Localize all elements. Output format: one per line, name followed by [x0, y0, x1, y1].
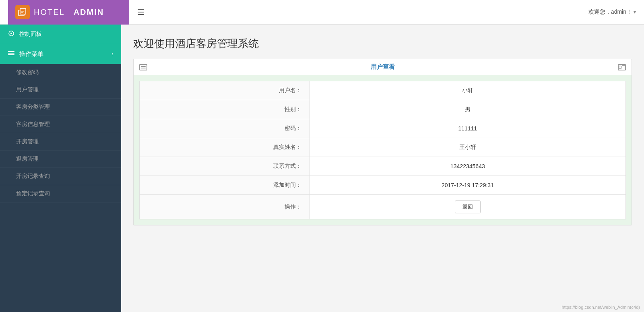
return-button[interactable]: 返回 [455, 200, 481, 213]
page-title-bar: 欢迎使用酒店客房管理系统 [121, 25, 644, 59]
field-value-password: 111111 [310, 119, 625, 138]
sidebar-item-room-info-label: 客房信息管理 [16, 121, 50, 128]
svg-point-3 [10, 33, 12, 34]
sidebar: 控制面板 操作菜单 ‹ 修改密码 用户管理 客房分类管理 客房信息管理 [0, 25, 121, 312]
table-row: 性别： 男 [140, 100, 626, 119]
chevron-left-icon: ‹ [111, 51, 113, 57]
sidebar-item-booking-records-label: 预定记录查询 [16, 190, 50, 197]
sidebar-item-user-management[interactable]: 用户管理 [0, 81, 121, 99]
sidebar-section-operations[interactable]: 操作菜单 ‹ [0, 44, 121, 64]
sidebar-item-checkout[interactable]: 退房管理 [0, 151, 121, 168]
svg-rect-6 [8, 54, 14, 55]
sidebar-item-change-password-label: 修改密码 [16, 69, 39, 76]
field-label-username: 用户名： [140, 81, 310, 100]
sidebar-item-room-info[interactable]: 客房信息管理 [0, 116, 121, 133]
sidebar-item-checkin-label: 开房管理 [16, 138, 39, 145]
sidebar-item-room-category-label: 客房分类管理 [16, 103, 50, 111]
sidebar-item-checkin[interactable]: 开房管理 [0, 133, 121, 151]
page-title: 欢迎使用酒店客房管理系统 [133, 37, 632, 51]
field-value-addtime: 2017-12-19 17:29:31 [310, 176, 625, 195]
field-value-realname: 王小轩 [310, 138, 625, 157]
sidebar-item-dashboard-label: 控制面板 [19, 31, 113, 38]
field-label-gender: 性别： [140, 100, 310, 119]
logo-icon [15, 5, 30, 19]
main-content: 欢迎使用酒店客房管理系统 用户查看 [121, 25, 644, 312]
field-label-addtime: 添加时间： [140, 176, 310, 195]
field-label-action: 操作： [140, 195, 310, 219]
card-collapse-icon[interactable] [618, 64, 626, 70]
sidebar-item-dashboard[interactable]: 控制面板 [0, 25, 121, 44]
main-layout: 控制面板 操作菜单 ‹ 修改密码 用户管理 客房分类管理 客房信息管理 [0, 25, 644, 312]
header-logo-area: HOTEL ADMIN [8, 0, 129, 25]
field-value-username: 小轩 [310, 81, 625, 100]
table-row: 添加时间： 2017-12-19 17:29:31 [140, 176, 626, 195]
field-value-action: 返回 [310, 195, 625, 219]
header-center: ☰ [129, 7, 588, 17]
top-header: HOTEL ADMIN ☰ 欢迎您，admin！ ▾ [0, 0, 644, 25]
sidebar-section-label: 操作菜单 [19, 50, 111, 58]
field-label-realname: 真实姓名： [140, 138, 310, 157]
user-greeting[interactable]: 欢迎您，admin！ ▾ [588, 8, 636, 16]
dashboard-icon [8, 30, 14, 38]
field-value-contact: 13422345643 [310, 157, 625, 176]
field-value-gender: 男 [310, 100, 625, 119]
sidebar-item-change-password[interactable]: 修改密码 [0, 64, 121, 81]
table-row: 真实姓名： 王小轩 [140, 138, 626, 157]
sidebar-item-checkin-records[interactable]: 开房记录查询 [0, 168, 121, 185]
sidebar-item-checkout-label: 退房管理 [16, 155, 39, 163]
app-title: HOTEL ADMIN [34, 8, 104, 17]
svg-rect-4 [8, 51, 14, 52]
greeting-text: 欢迎您，admin！ [588, 8, 632, 16]
sidebar-item-room-category[interactable]: 客房分类管理 [0, 99, 121, 116]
table-row: 操作： 返回 [140, 195, 626, 219]
table-row: 联系方式： 13422345643 [140, 157, 626, 176]
svg-rect-5 [8, 53, 14, 54]
sidebar-item-booking-records[interactable]: 预定记录查询 [0, 185, 121, 202]
svg-rect-7 [619, 66, 621, 68]
chevron-down-icon: ▾ [634, 9, 636, 15]
card-expand-icon[interactable] [139, 64, 147, 70]
header-right: 欢迎您，admin！ ▾ [588, 8, 636, 16]
field-label-contact: 联系方式： [140, 157, 310, 176]
field-label-password: 密码： [140, 119, 310, 138]
sidebar-item-user-management-label: 用户管理 [16, 86, 39, 93]
detail-table: 用户名： 小轩 性别： 男 密码： 111111 [139, 81, 626, 219]
table-row: 用户名： 小轩 [140, 81, 626, 100]
menu-icon [8, 50, 14, 58]
user-view-card: 用户查看 用户名： 小轩 [133, 59, 632, 225]
table-row: 密码： 111111 [140, 119, 626, 138]
footer-url: https://blog.csdn.net/weixin_Admin(c4d) [562, 305, 640, 310]
sidebar-item-checkin-records-label: 开房记录查询 [16, 173, 50, 180]
detail-wrapper: 用户名： 小轩 性别： 男 密码： 111111 [134, 75, 632, 225]
card-title: 用户查看 [147, 63, 618, 71]
hamburger-icon[interactable]: ☰ [137, 7, 144, 17]
card-header: 用户查看 [134, 59, 632, 75]
